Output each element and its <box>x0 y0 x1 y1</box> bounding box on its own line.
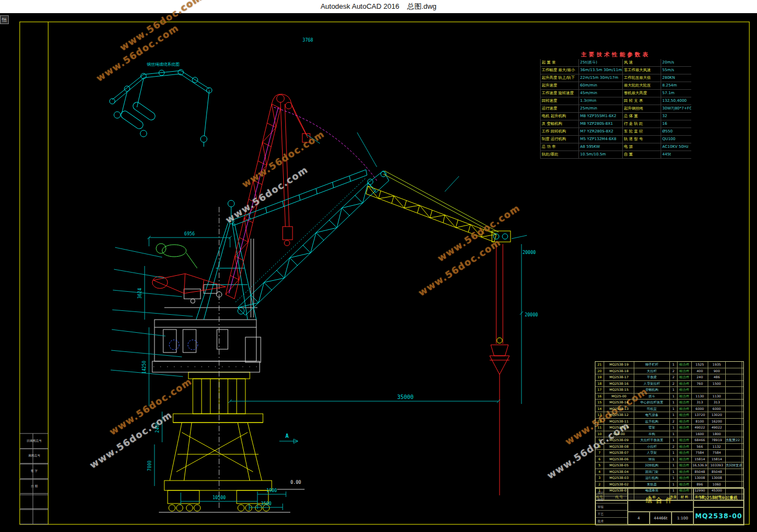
bom-row: 9 MQ2538-09 大拉杆平衡装置 1 组合件 68466 78919 含配… <box>595 437 743 444</box>
bom-item-no: 17 <box>595 387 604 393</box>
bom-item-qty: 1 <box>670 469 678 475</box>
svg-text:20000: 20000 <box>523 250 536 255</box>
spec-value-left: 25m/min <box>578 105 622 112</box>
bom-item-note <box>726 475 742 481</box>
bom-item-total-weight: 1935 <box>708 362 726 368</box>
bom-item-material: 组合件 <box>678 406 692 412</box>
bom-item-note <box>726 400 742 406</box>
bom-item-name: 吊钩 <box>634 431 670 437</box>
bom-item-no: 13 <box>595 412 604 418</box>
scale-value: 1:100 <box>671 511 694 525</box>
svg-text:6956: 6956 <box>184 232 194 236</box>
bom-item-unit-weight: 7584 <box>692 450 708 456</box>
bom-item-qty: 1 <box>670 456 678 462</box>
bom-item-material: 组合件 <box>678 437 692 443</box>
bom-item-name: 臂架 <box>634 425 670 431</box>
spec-label-right: 最大轮距大轮压 <box>622 82 661 89</box>
bom-item-unit-weight: 400 <box>692 368 708 374</box>
bom-item-note <box>726 425 742 431</box>
spec-row: 总 功 率 A8 595KW 电 源 AC10KV 50Hz <box>540 143 691 151</box>
binding-margin-row: 旧底图总号 <box>20 433 48 449</box>
spec-label-right: 车 轮 直 径 <box>622 128 661 135</box>
spec-row: 回转速度 1.3r/min 回 转 支 承 132,50,4000 <box>540 97 691 105</box>
bom-item-unit-weight: 85048 <box>692 469 708 475</box>
bom-item-qty: 1 <box>670 425 678 431</box>
bom-item-qty: 1 <box>670 387 678 393</box>
dimension-labels: 6956 3624 14250 2400 7000 10500 1900 350… <box>137 38 538 506</box>
bom-item-qty: 2 <box>670 368 678 374</box>
spec-row: 轨距/基距 10.5m/10.5m 自 重 445t <box>540 151 691 159</box>
spec-value-right: 8.254m <box>661 82 691 89</box>
bom-item-total-weight: 49022 <box>708 425 726 431</box>
bom-item-code: MQ2538-06 <box>604 456 634 462</box>
bom-item-unit-weight: 8100 <box>692 419 708 425</box>
bom-item-note <box>726 482 742 488</box>
bom-item-code: MQ2538-14 <box>604 400 634 406</box>
bom-item-code: MQ2538-19 <box>604 362 634 368</box>
binding-margin-table: 旧底图总号 底图总号 签 字 日 期 <box>20 433 48 524</box>
svg-text:A: A <box>285 433 289 439</box>
bom-item-unit-weight: 15814 <box>692 456 708 462</box>
bom-item-qty: 1 <box>670 362 678 368</box>
spec-label-right: 电 源 <box>622 143 661 151</box>
bom-item-material: 组合件 <box>678 456 692 462</box>
spec-value-right: 280KN <box>661 74 691 82</box>
bom-item-unit-weight: 1525 <box>692 362 708 368</box>
bom-item-code: MQ2538-09 <box>604 437 634 443</box>
bom-item-total-weight: 7584 <box>708 450 726 456</box>
autocad-window: Autodesk AutoCAD 2016 总图.dwg 恒 <box>0 0 757 532</box>
spec-value-left: 22m/15m 30m/17m <box>578 74 622 82</box>
spec-label-left: 起升高度 轨上/轨下 <box>540 74 578 82</box>
svg-text:35000: 35000 <box>397 394 414 400</box>
bom-item-name: 梯子栏杆 <box>634 362 670 368</box>
bom-item-note <box>726 362 742 368</box>
bom-item-total-weight: 486 <box>708 374 726 380</box>
bom-item-total-weight: 1130 <box>708 394 726 400</box>
spec-value-right: AC10KV 50Hz <box>661 143 691 151</box>
signature-row-label: 设计 <box>596 489 628 496</box>
bom-item-unit-weight: 240 <box>692 374 708 380</box>
bom-item-no: 4 <box>595 469 604 475</box>
bom-item-qty: 1 <box>670 431 678 437</box>
bom-item-note <box>726 374 742 380</box>
balance-detail <box>156 244 197 268</box>
bom-item-qty: 1 <box>670 462 678 469</box>
spec-label-left: 起升速度 <box>540 82 578 89</box>
bom-item-unit-weight: 68466 <box>692 437 708 443</box>
bom-item-total-weight: 1132 <box>708 444 726 450</box>
bom-item-total-weight <box>708 387 726 393</box>
signature-row-label: 校核 <box>596 496 628 504</box>
spec-label-left: 轨距/基距 <box>540 151 578 158</box>
bom-row: 10 S2B-00 吊钩 1 1600 1800 <box>595 431 743 438</box>
bom-item-material: 组合件 <box>678 469 692 475</box>
spec-value-left: M5 YZP132M4-6X8 <box>578 136 622 143</box>
bom-item-code: MQ2538-11 <box>604 419 634 425</box>
spec-value-right: 132,50,4000 <box>661 97 691 105</box>
bom-item-name: 人字架 <box>634 450 670 456</box>
level-symbol <box>277 485 305 489</box>
spec-label-right: 起升钢丝绳 <box>622 105 661 112</box>
bom-item-name: 抓斗 <box>634 394 670 400</box>
spec-table: 主要技术性能参数表 起 重 量 25t(抓斗) 风 速 20m/s 工作幅度 最… <box>540 50 691 159</box>
spec-value-right: 445t <box>661 151 691 158</box>
spec-label-left: 及 变幅机构 <box>540 120 578 128</box>
spec-table-body: 起 重 量 25t(抓斗) 风 速 20m/s 工作幅度 最大/最小 36m/1… <box>540 59 691 159</box>
bom-row: 12 MQ2538-11 起升机构 2 组合件 8100 16200 <box>595 419 743 425</box>
portal-gantry <box>164 372 272 511</box>
bom-item-qty: 2 <box>670 444 678 450</box>
bom-item-no: 2 <box>595 482 604 488</box>
bom-item-qty: 1 <box>670 400 678 406</box>
bom-item-name: 夹轨器 <box>634 482 670 488</box>
svg-text:10500: 10500 <box>213 495 226 500</box>
bom-item-note <box>726 450 742 456</box>
bom-item-name: 运行机构 <box>634 475 670 481</box>
bom-item-note <box>726 381 742 387</box>
bom-item-note <box>726 419 742 425</box>
bom-row: 3 MQ2538-03 运行机构 1 组合件 13008 13008 <box>595 475 743 482</box>
bom-item-code: MQ2538-12 <box>604 412 634 418</box>
svg-text:2400: 2400 <box>155 422 160 432</box>
spec-value-left: 1.3r/min <box>578 97 622 105</box>
svg-text:3768: 3768 <box>302 38 313 43</box>
bom-item-unit-weight: 13720 <box>692 412 708 418</box>
spec-row: 起 重 量 25t(抓斗) 风 速 20m/s <box>540 59 691 67</box>
